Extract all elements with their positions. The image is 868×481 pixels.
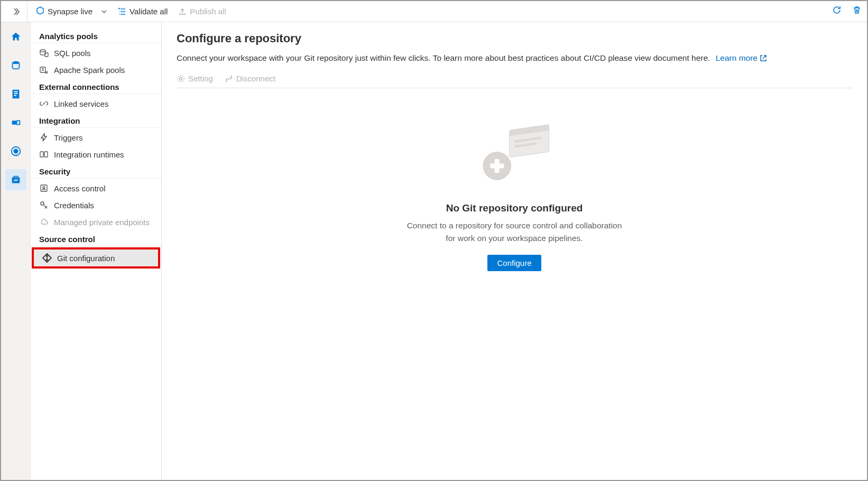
sidebar-item-linked-services[interactable]: Linked services [31,95,161,112]
sidebar-item-sql-pools[interactable]: SQL pools [31,44,161,61]
empty-state: No Git repository configured Connect to … [177,88,852,470]
sidebar-item-integration-runtimes[interactable]: Integration runtimes [31,146,161,163]
publish-all-button: Publish all [176,5,228,18]
sidebar-item-label: Access control [54,184,106,193]
setting-label: Setting [188,74,213,83]
sidebar-item-label: Triggers [54,133,82,142]
section-source-control: Source control [31,230,161,246]
svg-point-16 [180,77,182,80]
spark-pools-icon [39,65,49,75]
disconnect-action: Disconnect [225,74,275,83]
expand-nav-button[interactable] [4,1,27,22]
rail-monitor[interactable] [5,141,26,162]
sidebar-item-spark-pools[interactable]: Apache Spark pools [31,61,161,78]
upload-icon [178,7,187,16]
branch-label: Synapse live [48,7,93,16]
disconnect-label: Disconnect [236,74,275,83]
sidebar-item-managed-private-endpoints: Managed private endpoints [31,214,161,230]
credentials-icon [39,200,49,210]
left-rail [1,22,31,480]
rail-manage[interactable] [5,169,26,190]
sidebar-item-label: Git configuration [57,254,115,263]
rail-home[interactable] [5,26,26,48]
sidebar-item-label: Managed private endpoints [54,218,150,227]
validate-label: Validate all [130,7,168,16]
sidebar-item-label: Apache Spark pools [54,66,125,75]
svg-rect-11 [40,152,43,157]
access-control-icon [39,183,49,193]
configure-button[interactable]: Configure [487,255,541,271]
main-content: Configure a repository Connect your work… [162,22,867,480]
svg-rect-10 [40,67,45,72]
action-row: Setting Disconnect [177,69,852,88]
page-description: Connect your workspace with your Git rep… [177,53,710,62]
svg-rect-4 [14,95,16,96]
sidebar-item-label: Credentials [54,201,94,210]
rail-data[interactable] [5,55,26,76]
delete-button[interactable] [850,3,864,20]
section-external-connections: External connections [31,78,161,94]
page-description-row: Connect your workspace with your Git rep… [177,52,852,64]
section-analytics-pools: Analytics pools [31,27,161,43]
svg-rect-12 [44,152,48,157]
rail-integrate[interactable] [5,112,26,133]
section-security: Security [31,163,161,179]
checklist-icon [118,7,126,16]
validate-all-button[interactable]: Validate all [116,5,170,18]
sql-pools-icon [39,48,49,58]
sidebar: Analytics pools SQL pools Apache Spark p… [31,22,162,480]
hexagon-icon [36,6,44,16]
sidebar-item-label: SQL pools [54,49,91,58]
page-title: Configure a repository [177,32,852,45]
sidebar-item-git-configuration[interactable]: Git configuration [34,249,158,266]
rail-develop[interactable] [5,84,26,105]
empty-illustration [475,120,554,194]
sidebar-item-label: Linked services [54,99,108,108]
linked-services-icon [39,99,49,108]
learn-more-link[interactable]: Learn more [716,52,767,64]
learn-more-label: Learn more [716,52,758,64]
branch-selector[interactable]: Synapse live [34,4,109,18]
refresh-button[interactable] [830,3,844,20]
sidebar-item-access-control[interactable]: Access control [31,180,161,197]
sidebar-item-label: Integration runtimes [54,150,124,159]
cloud-icon [39,217,49,227]
svg-rect-13 [41,185,47,191]
sidebar-item-credentials[interactable]: Credentials [31,197,161,214]
publish-label: Publish all [190,7,226,16]
setting-action: Setting [177,74,213,83]
svg-rect-3 [14,93,17,94]
sidebar-item-triggers[interactable]: Triggers [31,129,161,146]
top-toolbar: Synapse live Validate all Publish all [1,1,867,22]
highlight-box: Git configuration [32,247,160,269]
external-link-icon [760,54,767,62]
svg-point-8 [40,50,45,52]
chevron-down-icon [101,8,107,15]
triggers-icon [39,133,49,142]
empty-title: No Git repository configured [446,202,583,214]
svg-rect-24 [490,163,504,168]
git-icon [42,253,52,263]
svg-point-14 [43,187,45,189]
gear-icon [177,75,185,83]
empty-subtitle: Connect to a repository for source contr… [407,219,622,244]
section-integration: Integration [31,112,161,128]
svg-rect-2 [14,91,17,92]
disconnect-icon [225,75,233,83]
runtime-icon [39,150,49,159]
svg-point-0 [12,61,19,64]
